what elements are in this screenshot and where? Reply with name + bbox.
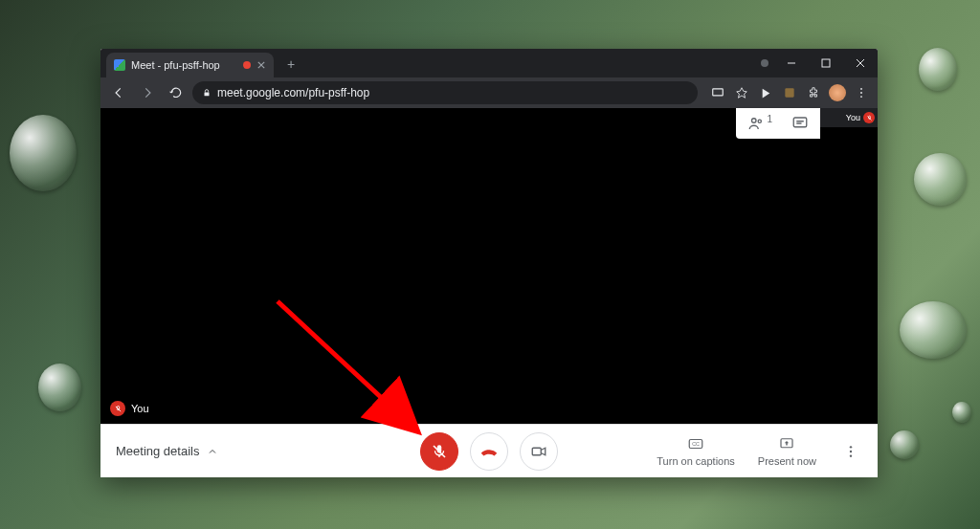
top-tools-pill: 1 (736, 108, 820, 139)
extensions-puzzle-icon[interactable] (803, 82, 824, 103)
account-indicator-icon (761, 59, 768, 67)
svg-text:CC: CC (692, 441, 700, 447)
extension-2-icon[interactable] (779, 82, 800, 103)
video-area: 1 You Yo (100, 108, 878, 424)
svg-rect-9 (793, 118, 807, 127)
captions-icon: CC (687, 435, 704, 452)
chevron-up-icon (207, 446, 218, 457)
right-controls: CC Turn on captions Present now (558, 435, 862, 467)
self-overlay-text: You (131, 403, 149, 414)
url-input[interactable]: meet.google.com/pfu-psff-hop (192, 81, 698, 104)
svg-rect-0 (822, 59, 830, 67)
present-icon (778, 435, 795, 452)
water-droplet (919, 48, 957, 91)
meeting-details-label: Meeting details (116, 444, 199, 458)
chat-button[interactable] (791, 115, 809, 132)
window-controls (761, 49, 878, 77)
more-options-button[interactable] (839, 440, 862, 463)
window-minimize-button[interactable] (774, 49, 809, 77)
bookmark-star-icon[interactable] (731, 82, 752, 103)
url-text: meet.google.com/pfu-psff-hop (217, 86, 369, 99)
svg-rect-3 (785, 88, 793, 97)
meet-favicon-icon (114, 59, 125, 71)
new-tab-button[interactable]: + (279, 53, 302, 76)
self-thumb-mic-off-icon (863, 112, 875, 123)
self-thumbnail[interactable]: You (820, 108, 878, 127)
svg-rect-2 (713, 89, 724, 96)
water-droplet (952, 402, 971, 423)
nav-back-button[interactable] (106, 80, 131, 105)
extension-1-icon[interactable] (755, 82, 776, 103)
window-close-button[interactable] (843, 49, 878, 77)
tab-title: Meet - pfu-psff-hop (131, 59, 237, 71)
svg-point-16 (850, 454, 852, 456)
browser-menu-button[interactable] (851, 82, 872, 103)
participants-button[interactable]: 1 (747, 115, 772, 132)
svg-point-14 (850, 446, 852, 448)
present-label: Present now (758, 455, 816, 467)
desktop-background: Meet - pfu-psff-hop + (0, 0, 980, 529)
participants-count: 1 (767, 114, 772, 124)
svg-point-5 (860, 92, 862, 94)
meet-bottom-bar: Meeting details (100, 424, 878, 477)
svg-point-6 (860, 96, 862, 98)
water-droplet (890, 430, 919, 459)
meeting-details-button[interactable]: Meeting details (116, 444, 420, 458)
self-overlay-label: You (110, 401, 149, 416)
browser-address-bar: meet.google.com/pfu-psff-hop (100, 77, 878, 108)
extension-area (707, 82, 872, 103)
center-controls (420, 432, 558, 471)
svg-point-15 (850, 450, 852, 452)
meet-app: 1 You Yo (100, 108, 878, 477)
people-icon (747, 115, 765, 132)
svg-rect-10 (532, 448, 541, 455)
camera-icon (530, 443, 547, 460)
lock-icon (202, 88, 212, 98)
cast-icon[interactable] (707, 82, 728, 103)
svg-point-4 (860, 88, 862, 90)
recording-indicator-icon (243, 61, 251, 69)
browser-tab[interactable]: Meet - pfu-psff-hop (106, 53, 274, 77)
water-droplet (10, 115, 77, 191)
toggle-microphone-button[interactable] (420, 432, 458, 471)
more-vert-icon (843, 444, 858, 459)
hangup-icon (479, 441, 500, 462)
svg-point-7 (752, 119, 757, 123)
nav-reload-button[interactable] (164, 80, 189, 105)
nav-forward-button[interactable] (135, 80, 160, 105)
browser-window: Meet - pfu-psff-hop + (100, 49, 878, 477)
window-maximize-button[interactable] (809, 49, 843, 77)
profile-avatar[interactable] (827, 82, 848, 103)
captions-label: Turn on captions (657, 455, 735, 467)
water-droplet (900, 301, 967, 359)
water-droplet (38, 364, 81, 411)
microphone-off-icon (431, 443, 448, 460)
self-thumb-label: You (846, 113, 860, 122)
svg-rect-1 (205, 93, 210, 97)
chat-icon (791, 115, 809, 132)
water-droplet (914, 153, 967, 206)
svg-point-8 (759, 120, 762, 122)
captions-button[interactable]: CC Turn on captions (657, 435, 735, 467)
tab-close-button[interactable] (256, 60, 266, 70)
present-button[interactable]: Present now (758, 435, 816, 467)
toggle-camera-button[interactable] (520, 432, 558, 471)
leave-call-button[interactable] (470, 432, 508, 471)
avatar-icon (829, 84, 846, 101)
self-mic-off-icon (110, 401, 125, 416)
browser-titlebar: Meet - pfu-psff-hop + (100, 49, 878, 77)
